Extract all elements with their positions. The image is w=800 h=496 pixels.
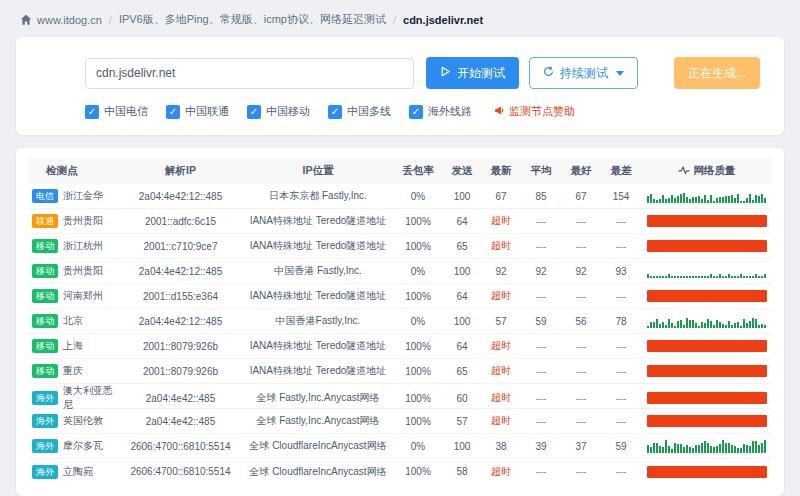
checkbox-china-telecom[interactable]: ✓ 中国电信 bbox=[85, 104, 148, 119]
table-row: 移动 浙江杭州 2001::c710:9ce7 IANA特殊地址 Teredo隧… bbox=[28, 234, 772, 259]
avg-latency: 59 bbox=[521, 316, 561, 327]
results-panel: 检测点 解析IP IP位置 丢包率 发送 最新 平均 最好 最差 网络质量 电信… bbox=[16, 148, 784, 496]
checkbox-checked-icon: ✓ bbox=[247, 105, 261, 119]
checkbox-china-mobile[interactable]: ✓ 中国移动 bbox=[247, 104, 310, 119]
node-cell: 联通 贵州贵阳 bbox=[28, 214, 118, 228]
loss-rate: 0% bbox=[393, 441, 443, 452]
checkbox-overseas-lines[interactable]: ✓ 海外线路 bbox=[409, 104, 472, 119]
avg-latency: 85 bbox=[521, 191, 561, 202]
avg-latency: --- bbox=[521, 341, 561, 352]
header-latest: 最新 bbox=[481, 164, 521, 178]
header-best: 最好 bbox=[561, 164, 601, 178]
ip-location: IANA特殊地址 Teredo隧道地址 bbox=[243, 339, 393, 353]
loss-rate: 100% bbox=[393, 241, 443, 252]
quality-cell bbox=[641, 466, 772, 478]
sponsor-link[interactable]: 监测节点赞助 bbox=[494, 104, 575, 119]
resolved-ip: 2001::c710:9ce7 bbox=[118, 241, 243, 252]
checkbox-label: 中国联通 bbox=[185, 104, 229, 119]
node-location: 河南郑州 bbox=[63, 289, 103, 303]
checkbox-label: 中国电信 bbox=[104, 104, 148, 119]
carrier-badge: 联通 bbox=[32, 214, 58, 228]
resolved-ip: 2a04:4e42::485 bbox=[118, 416, 243, 427]
breadcrumb: www.itdog.cn / IPV6版、多地Ping、常规版、icmp协议、网… bbox=[16, 10, 784, 29]
breadcrumb-separator: / bbox=[393, 14, 396, 26]
checkbox-china-multiline[interactable]: ✓ 中国多线 bbox=[328, 104, 391, 119]
quality-cell bbox=[641, 392, 772, 404]
home-icon bbox=[20, 14, 32, 26]
worst-latency: 78 bbox=[601, 316, 641, 327]
ip-location: IANA特殊地址 Teredo隧道地址 bbox=[243, 289, 393, 303]
generating-button[interactable]: 正在生成... bbox=[674, 57, 760, 89]
worst-latency: --- bbox=[601, 241, 641, 252]
header-sent: 发送 bbox=[443, 164, 481, 178]
node-location: 摩尔多瓦 bbox=[63, 439, 103, 453]
worst-latency: --- bbox=[601, 393, 641, 404]
ip-location: 全球 CloudflareIncAnycast网络 bbox=[243, 439, 393, 453]
checkbox-checked-icon: ✓ bbox=[328, 105, 342, 119]
avg-latency: --- bbox=[521, 241, 561, 252]
checkbox-china-unicom[interactable]: ✓ 中国联通 bbox=[166, 104, 229, 119]
best-latency: 37 bbox=[561, 441, 601, 452]
node-cell: 海外 立陶宛 bbox=[28, 465, 118, 479]
checkbox-label: 中国多线 bbox=[347, 104, 391, 119]
table-row: 联通 贵州贵阳 2001::adfc:6c15 IANA特殊地址 Teredo隧… bbox=[28, 209, 772, 234]
ip-location: 全球 Fastly,Inc.Anycast网络 bbox=[243, 391, 393, 405]
sent-count: 65 bbox=[443, 241, 481, 252]
loss-rate: 0% bbox=[393, 316, 443, 327]
sent-count: 58 bbox=[443, 466, 481, 477]
quality-cell bbox=[641, 189, 772, 203]
sent-count: 64 bbox=[443, 291, 481, 302]
ip-location: 全球 Fastly,Inc.Anycast网络 bbox=[243, 414, 393, 428]
start-test-button[interactable]: 开始测试 bbox=[426, 57, 519, 89]
continuous-test-label: 持续测试 bbox=[560, 65, 608, 82]
node-cell: 移动 贵州贵阳 bbox=[28, 264, 118, 278]
node-location: 上海 bbox=[63, 339, 83, 353]
node-cell: 海外 澳大利亚悉尼 bbox=[28, 384, 118, 412]
sent-count: 100 bbox=[443, 191, 481, 202]
table-row: 移动 上海 2001::8079:926b IANA特殊地址 Teredo隧道地… bbox=[28, 334, 772, 359]
sent-count: 100 bbox=[443, 316, 481, 327]
resolved-ip: 2001::adfc:6c15 bbox=[118, 216, 243, 227]
quality-cell bbox=[641, 264, 772, 278]
checkbox-checked-icon: ✓ bbox=[166, 105, 180, 119]
quality-sparkline bbox=[647, 415, 767, 427]
resolved-ip: 2001::d155:e364 bbox=[118, 291, 243, 302]
best-latency: --- bbox=[561, 241, 601, 252]
loss-rate: 100% bbox=[393, 393, 443, 404]
ip-location: 全球 CloudflareIncAnycast网络 bbox=[243, 465, 393, 479]
ip-location: 中国香港 Fastly,Inc. bbox=[243, 264, 393, 278]
quality-sparkline bbox=[647, 240, 767, 252]
host-input[interactable] bbox=[85, 58, 414, 89]
carrier-badge: 海外 bbox=[32, 414, 58, 428]
node-location: 浙江金华 bbox=[63, 189, 103, 203]
refresh-icon bbox=[543, 66, 554, 80]
table-body: 电信 浙江金华 2a04:4e42:12::485 日本东京都 Fastly,I… bbox=[28, 184, 772, 484]
latest-latency: 超时 bbox=[481, 214, 521, 228]
carrier-badge: 移动 bbox=[32, 239, 58, 253]
node-location: 浙江杭州 bbox=[63, 239, 103, 253]
loss-rate: 100% bbox=[393, 291, 443, 302]
worst-latency: --- bbox=[601, 341, 641, 352]
loss-rate: 100% bbox=[393, 466, 443, 477]
latest-latency: 超时 bbox=[481, 339, 521, 353]
node-location: 澳大利亚悉尼 bbox=[63, 384, 118, 412]
loss-rate: 0% bbox=[393, 191, 443, 202]
checkbox-label: 中国移动 bbox=[266, 104, 310, 119]
resolved-ip: 2a04:4e42:12::485 bbox=[118, 316, 243, 327]
sent-count: 57 bbox=[443, 416, 481, 427]
header-loss-rate: 丢包率 bbox=[393, 164, 443, 178]
quality-cell bbox=[641, 314, 772, 328]
play-icon bbox=[440, 66, 451, 80]
worst-latency: --- bbox=[601, 291, 641, 302]
worst-latency: --- bbox=[601, 416, 641, 427]
continuous-test-button[interactable]: 持续测试 bbox=[529, 57, 638, 89]
carrier-badge: 移动 bbox=[32, 339, 58, 353]
node-location: 贵州贵阳 bbox=[63, 214, 103, 228]
breadcrumb-site[interactable]: www.itdog.cn bbox=[37, 14, 102, 26]
page: www.itdog.cn / IPV6版、多地Ping、常规版、icmp协议、网… bbox=[0, 0, 800, 496]
ip-location: IANA特殊地址 Teredo隧道地址 bbox=[243, 214, 393, 228]
carrier-badge: 海外 bbox=[32, 439, 58, 453]
resolved-ip: 2606:4700::6810:5514 bbox=[118, 441, 243, 452]
table-row: 移动 贵州贵阳 2a04:4e42:12::485 中国香港 Fastly,In… bbox=[28, 259, 772, 284]
loss-rate: 100% bbox=[393, 216, 443, 227]
